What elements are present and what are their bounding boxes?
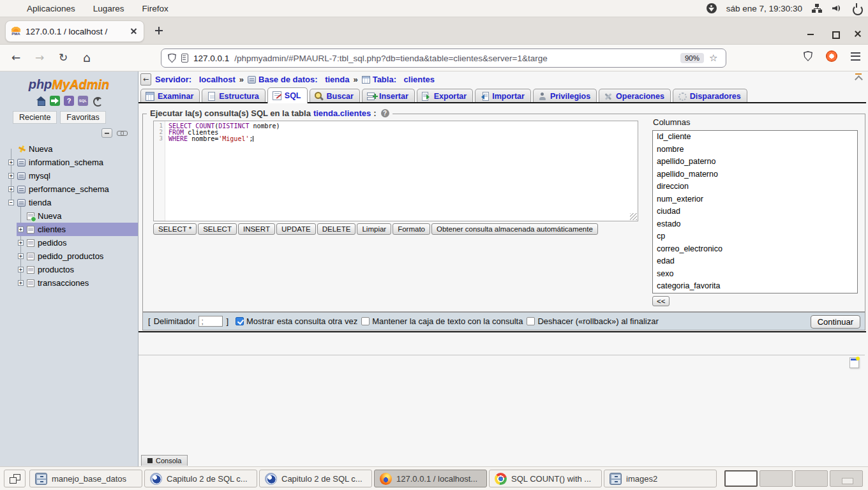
tab-close-icon[interactable] bbox=[129, 27, 138, 36]
checkbox-icon[interactable] bbox=[236, 317, 244, 325]
tree-item-transacciones[interactable]: +transacciones bbox=[0, 276, 138, 290]
help-icon[interactable] bbox=[64, 96, 74, 106]
zoom-level-badge[interactable]: 90% bbox=[680, 53, 704, 63]
tree-expander-icon[interactable]: + bbox=[8, 160, 14, 165]
link-icon[interactable] bbox=[117, 130, 128, 137]
network-icon[interactable] bbox=[812, 3, 822, 13]
query-button-select[interactable]: SELECT bbox=[198, 223, 237, 235]
clock[interactable]: sáb ene 7, 19:30:30 bbox=[726, 4, 802, 13]
sql-editor[interactable]: 123 SELECT COUNT(DISTINCT nombre)FROM cl… bbox=[153, 121, 638, 221]
window-minimize-button[interactable] bbox=[805, 29, 816, 39]
column-option[interactable]: direccion bbox=[653, 181, 857, 193]
taskbar-window-images2[interactable]: images2 bbox=[604, 470, 717, 487]
tab-examinar[interactable]: Examinar bbox=[140, 89, 200, 103]
window-maximize-button[interactable] bbox=[830, 29, 840, 39]
tree-expander-icon[interactable]: + bbox=[18, 267, 24, 272]
workspace-1[interactable] bbox=[724, 470, 758, 487]
query-button-select[interactable]: SELECT * bbox=[153, 223, 197, 235]
breadcrumb-table-link[interactable]: Tabla: clientes bbox=[362, 75, 435, 84]
collapse-sidebar-button[interactable] bbox=[140, 73, 151, 85]
query-button-insert[interactable]: INSERT bbox=[238, 223, 275, 235]
tree-item-information-schema[interactable]: +information_schema bbox=[0, 156, 138, 169]
taskbar-window-sql-count-with[interactable]: SQL COUNT() with ... bbox=[489, 470, 602, 487]
go-button[interactable]: Continuar bbox=[811, 315, 860, 329]
tree-item-performance-schema[interactable]: +performance_schema bbox=[0, 182, 138, 196]
column-option[interactable]: nombre bbox=[653, 144, 857, 156]
tree-item-clientes[interactable]: +clientes bbox=[0, 223, 138, 236]
phpmyadmin-logo[interactable]: phpMyAdmin bbox=[0, 77, 138, 92]
editor-resize-handle[interactable] bbox=[630, 213, 637, 220]
refresh-icon[interactable] bbox=[92, 96, 102, 106]
tracking-protection-shield-icon[interactable] bbox=[168, 54, 176, 63]
url-bar[interactable]: 127.0.0.1 /phpmyadmin/#PMAURL-7:tbl_sql.… bbox=[161, 48, 726, 68]
browser-tab[interactable]: 127.0.0.1 / localhost / bbox=[5, 20, 144, 42]
column-option[interactable]: num_exterior bbox=[653, 193, 857, 206]
workspace-4[interactable] bbox=[830, 470, 863, 487]
home-icon[interactable] bbox=[36, 96, 46, 106]
help-question-icon[interactable] bbox=[381, 109, 389, 117]
menu-firefox[interactable]: Firefox bbox=[142, 4, 168, 13]
tab-exportar[interactable]: Exportar bbox=[417, 89, 473, 103]
column-option[interactable]: apellido_paterno bbox=[653, 156, 857, 168]
tree-item-nueva[interactable]: Nueva bbox=[0, 142, 138, 156]
new-tab-button[interactable] bbox=[153, 25, 165, 36]
taskbar-window-capitulo-2-de-sql-c[interactable]: Capitulo 2 de SQL c... bbox=[259, 470, 372, 487]
tree-item-tienda[interactable]: −tienda bbox=[0, 196, 138, 209]
insert-columns-button[interactable]: << bbox=[652, 296, 670, 306]
query-button-limpiar[interactable]: Limpiar bbox=[357, 223, 391, 235]
collapse-all-button[interactable] bbox=[101, 128, 112, 138]
tab-sql[interactable]: SQL bbox=[267, 87, 308, 103]
column-option[interactable]: cp bbox=[653, 230, 857, 243]
console-toggle[interactable]: Consola bbox=[141, 455, 188, 466]
taskbar-window-capitulo-2-de-sql-c[interactable]: Capitulo 2 de SQL c... bbox=[144, 470, 257, 487]
logout-icon[interactable] bbox=[50, 96, 60, 106]
tree-expander-icon[interactable]: + bbox=[18, 226, 24, 232]
tab-importar[interactable]: Importar bbox=[475, 89, 531, 103]
delimiter-input[interactable] bbox=[198, 316, 223, 327]
power-icon[interactable] bbox=[851, 3, 862, 13]
column-option[interactable]: Id_cliente bbox=[653, 131, 857, 144]
query-button-update[interactable]: UPDATE bbox=[276, 223, 316, 235]
column-option[interactable]: categoria_favorita bbox=[653, 280, 857, 293]
checkbox-icon[interactable] bbox=[361, 317, 370, 325]
breadcrumb-database-link[interactable]: Base de datos: tienda bbox=[248, 75, 349, 84]
back-button[interactable] bbox=[9, 49, 23, 66]
hamburger-menu-icon[interactable] bbox=[851, 52, 860, 61]
menu-aplicaciones[interactable]: Aplicaciones bbox=[27, 4, 75, 13]
bookmark-star-icon[interactable] bbox=[709, 52, 719, 64]
tab-operaciones[interactable]: Operaciones bbox=[599, 89, 671, 103]
sql-window-icon[interactable] bbox=[78, 96, 88, 106]
sql-editor-code[interactable]: SELECT COUNT(DISTINCT nombre)FROM client… bbox=[165, 121, 638, 221]
column-option[interactable]: apellido_materno bbox=[653, 168, 857, 181]
column-option[interactable]: sexo bbox=[653, 268, 857, 281]
tab-buscar[interactable]: Buscar bbox=[310, 89, 360, 103]
home-button[interactable] bbox=[80, 49, 94, 66]
breadcrumb-server-link[interactable]: Servidor: localhost bbox=[155, 75, 236, 84]
tree-item-mysql[interactable]: +mysql bbox=[0, 169, 138, 182]
profile-avatar-icon[interactable] bbox=[826, 50, 837, 62]
tree-expander-icon[interactable]: + bbox=[18, 253, 24, 259]
tree-expander-icon[interactable]: − bbox=[8, 200, 14, 205]
tree-expander-icon[interactable]: + bbox=[18, 280, 24, 286]
tree-item-productos[interactable]: +productos bbox=[0, 263, 138, 276]
tab-privilegios[interactable]: Privilegios bbox=[533, 89, 597, 103]
workspace-switcher-button[interactable] bbox=[4, 470, 26, 487]
checkbox-mostrar-esta-consulta-otra-vez[interactable]: Mostrar esta consulta otra vez bbox=[236, 316, 357, 326]
tree-expander-icon[interactable]: + bbox=[8, 173, 14, 179]
column-option[interactable]: edad bbox=[653, 255, 857, 268]
checkbox-mantener-la-caja-de-texto-con-la-consulta[interactable]: Mantener la caja de texto con la consult… bbox=[361, 316, 523, 326]
accessibility-icon[interactable] bbox=[707, 3, 717, 13]
tab-estructura[interactable]: Estructura bbox=[202, 89, 266, 103]
taskbar-window-manejo-base-datos[interactable]: manejo_base_datos bbox=[29, 470, 142, 487]
tree-item-pedidos[interactable]: +pedidos bbox=[0, 236, 138, 249]
tab-disparadores[interactable]: Disparadores bbox=[673, 89, 747, 103]
column-option[interactable]: estado bbox=[653, 218, 857, 231]
table-link[interactable]: tienda.clientes bbox=[313, 108, 371, 118]
tree-item-pedido-productos[interactable]: +pedido_productos bbox=[0, 249, 138, 263]
tab-insertar[interactable]: Insertar bbox=[362, 89, 415, 103]
tree-expander-icon[interactable]: + bbox=[8, 186, 14, 192]
query-button-formato[interactable]: Formato bbox=[393, 223, 430, 235]
volume-icon[interactable] bbox=[832, 3, 842, 13]
column-option[interactable]: correo_electronico bbox=[653, 243, 857, 256]
forward-button[interactable] bbox=[33, 49, 47, 66]
